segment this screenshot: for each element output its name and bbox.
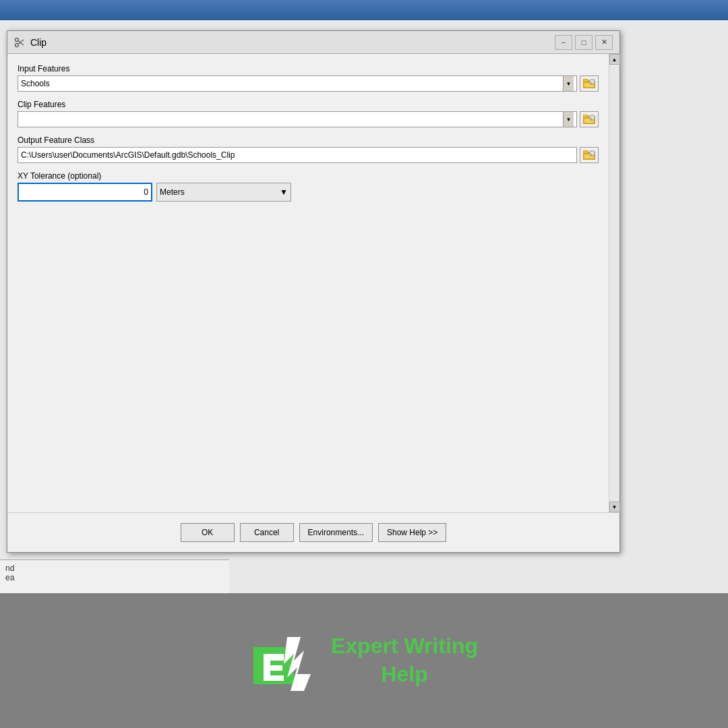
clip-features-dropdown[interactable]: ▼ <box>18 111 577 127</box>
app-topbar <box>0 0 728 20</box>
svg-rect-49 <box>583 79 588 82</box>
input-features-value: Schools <box>21 79 50 88</box>
xy-tolerance-input[interactable] <box>18 183 152 202</box>
branding-area: Expert Writing Help <box>0 593 728 728</box>
folder-open-icon: + <box>583 79 595 88</box>
scrollbar-down-button[interactable]: ▼ <box>609 502 620 512</box>
xy-tolerance-row: Meters ▼ <box>18 183 599 202</box>
input-features-browse-button[interactable]: + <box>580 75 599 92</box>
clip-features-row: ▼ + <box>18 111 599 127</box>
input-features-group: Input Features Schools ▼ <box>18 64 599 92</box>
xy-tolerance-label: XY Tolerance (optional) <box>18 171 599 181</box>
svg-marker-65 <box>264 654 284 681</box>
input-features-dropdown[interactable]: Schools ▼ <box>18 75 577 92</box>
clip-dialog: Clip − □ ✕ Input Features Schools ▼ <box>7 30 620 553</box>
svg-rect-55 <box>583 115 588 118</box>
input-features-label: Input Features <box>18 64 599 73</box>
show-help-button[interactable]: Show Help >> <box>378 523 446 542</box>
brand-text: Expert Writing Help <box>331 632 478 688</box>
svg-text:+: + <box>590 152 593 156</box>
units-arrow: ▼ <box>280 187 288 197</box>
ew-logo-container: Expert Writing Help <box>250 630 478 691</box>
folder-open-icon2: + <box>583 115 595 124</box>
clip-features-label: Clip Features <box>18 100 599 109</box>
dialog-titlebar: Clip − □ ✕ <box>7 31 619 54</box>
svg-point-45 <box>16 43 19 47</box>
brand-line2: Help <box>331 661 478 689</box>
clip-features-group: Clip Features ▼ + <box>18 100 599 127</box>
units-value: Meters <box>160 187 185 197</box>
dialog-controls: − □ ✕ <box>555 35 613 50</box>
dialog-title-text: Clip <box>30 37 47 48</box>
output-feature-class-input[interactable] <box>18 147 577 163</box>
ew-logo-icon <box>250 630 317 691</box>
svg-rect-60 <box>583 150 588 154</box>
clip-features-arrow: ▼ <box>563 112 574 127</box>
folder-open-icon3: + <box>583 150 595 160</box>
xy-tolerance-group: XY Tolerance (optional) Meters ▼ <box>18 171 599 202</box>
output-feature-browse-button[interactable]: + <box>580 147 599 163</box>
output-feature-class-group: Output Feature Class + <box>18 135 599 163</box>
input-features-arrow: ▼ <box>563 76 574 91</box>
dialog-content: Input Features Schools ▼ <box>7 54 619 512</box>
dialog-overlay: Clip − □ ✕ Input Features Schools ▼ <box>0 20 728 593</box>
dialog-scrollbar: ▲ ▼ <box>609 54 619 512</box>
svg-point-44 <box>16 38 19 41</box>
scrollbar-up-button[interactable]: ▲ <box>609 54 620 65</box>
input-features-row: Schools ▼ + <box>18 75 599 92</box>
environments-button[interactable]: Environments... <box>299 523 373 542</box>
clip-features-browse-button[interactable]: + <box>580 111 599 127</box>
svg-text:+: + <box>590 117 593 121</box>
svg-text:+: + <box>590 81 593 85</box>
output-feature-class-row: + <box>18 147 599 163</box>
units-dropdown[interactable]: Meters ▼ <box>156 183 291 202</box>
ok-button[interactable]: OK <box>181 523 235 542</box>
cancel-button[interactable]: Cancel <box>240 523 294 542</box>
dialog-footer: OK Cancel Environments... Show Help >> <box>7 512 619 552</box>
maximize-button[interactable]: □ <box>575 35 593 50</box>
close-button[interactable]: ✕ <box>595 35 613 50</box>
dialog-main: Input Features Schools ▼ <box>7 54 609 512</box>
minimize-button[interactable]: − <box>555 35 572 50</box>
brand-line1: Expert Writing <box>331 632 478 661</box>
output-feature-class-label: Output Feature Class <box>18 135 599 145</box>
dialog-title-area: Clip <box>14 37 47 48</box>
scrollbar-track <box>609 65 619 502</box>
scissors-icon <box>14 37 25 48</box>
